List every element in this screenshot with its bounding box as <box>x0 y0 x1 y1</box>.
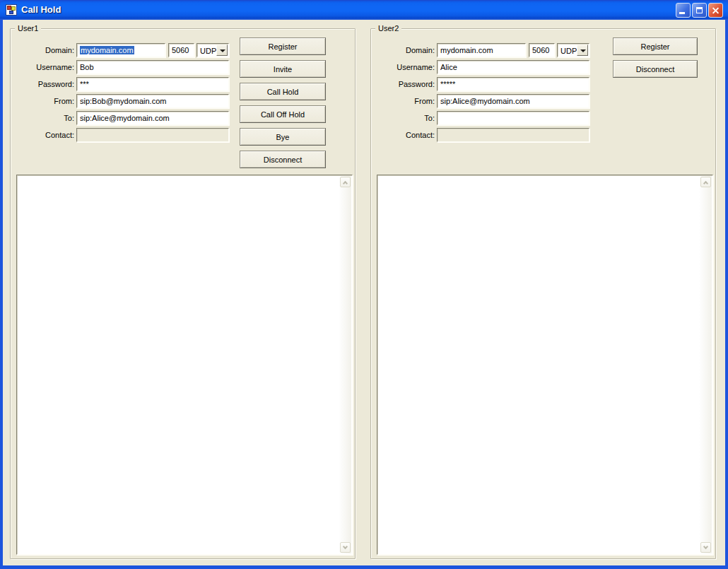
chevron-up-icon <box>343 180 348 185</box>
user2-to-label: To: <box>371 113 435 123</box>
user2-transport-select[interactable]: UDP <box>557 43 589 57</box>
user2-domain-label: Domain: <box>371 45 435 55</box>
maximize-button[interactable] <box>692 3 707 18</box>
user2-password-input[interactable] <box>437 77 589 91</box>
user1-from-input[interactable] <box>76 94 229 108</box>
minimize-button[interactable] <box>676 3 691 18</box>
scroll-up-button[interactable] <box>700 177 711 187</box>
selected-text: mydomain.com <box>80 46 134 54</box>
chevron-down-icon <box>220 49 225 52</box>
close-button[interactable] <box>708 3 723 18</box>
maximize-icon <box>696 7 703 13</box>
scrollbar-track[interactable] <box>700 188 712 541</box>
vertical-scrollbar[interactable] <box>700 176 712 553</box>
call-hold-window: Call Hold User1 Domain: mydomain.com <box>0 0 728 569</box>
user1-to-input[interactable] <box>76 111 229 125</box>
user2-group: User2 Domain: UDP Username: Password: Fr… <box>370 28 716 559</box>
application-icon <box>6 4 17 16</box>
scrollbar-track[interactable] <box>339 188 351 541</box>
scroll-up-button[interactable] <box>340 177 351 187</box>
user1-register-button[interactable]: Register <box>240 37 326 55</box>
user1-disconnect-button[interactable]: Disconnect <box>240 151 326 168</box>
user1-to-label: To: <box>11 113 74 123</box>
chevron-down-icon <box>580 49 586 52</box>
scroll-down-button[interactable] <box>340 542 351 553</box>
dropdown-arrow-button[interactable] <box>216 45 228 56</box>
chevron-up-icon <box>703 180 708 185</box>
user1-contact-input <box>76 128 229 142</box>
user2-username-label: Username: <box>371 62 435 72</box>
user1-username-input[interactable] <box>76 60 229 74</box>
window-title: Call Hold <box>21 0 61 20</box>
user1-log-area[interactable] <box>16 175 353 555</box>
user2-to-input[interactable] <box>437 111 589 125</box>
window-controls <box>676 3 723 18</box>
user2-contact-input <box>437 128 589 142</box>
user1-password-label: Password: <box>11 79 74 89</box>
user1-username-label: Username: <box>11 62 74 72</box>
user2-username-input[interactable] <box>437 60 589 74</box>
user1-call-off-hold-button[interactable]: Call Off Hold <box>240 105 326 123</box>
user2-from-input[interactable] <box>437 94 589 108</box>
vertical-scrollbar[interactable] <box>339 176 351 553</box>
titlebar[interactable]: Call Hold <box>0 0 728 20</box>
scroll-down-button[interactable] <box>700 542 711 553</box>
user1-invite-button[interactable]: Invite <box>240 60 326 78</box>
user1-contact-label: Contact: <box>11 130 74 140</box>
user1-transport-select[interactable]: UDP <box>196 43 229 57</box>
user1-call-hold-button[interactable]: Call Hold <box>240 83 326 100</box>
chevron-down-icon <box>343 544 348 549</box>
user1-bye-button[interactable]: Bye <box>240 128 326 146</box>
user2-transport-value: UDP <box>558 45 577 56</box>
user2-from-label: From: <box>371 96 435 106</box>
dropdown-arrow-button[interactable] <box>577 45 588 56</box>
user2-port-input[interactable] <box>529 43 555 57</box>
user1-domain-input[interactable]: mydomain.com <box>76 43 165 57</box>
form-client-area: User1 Domain: mydomain.com UDP Username:… <box>3 20 725 565</box>
user2-domain-input[interactable] <box>437 43 526 57</box>
user1-domain-label: Domain: <box>11 45 74 55</box>
minimize-icon <box>679 12 685 14</box>
user1-port-input[interactable] <box>168 43 194 57</box>
user2-contact-label: Contact: <box>371 130 435 140</box>
icon-blue-square <box>9 11 13 14</box>
user1-from-label: From: <box>11 96 74 106</box>
user1-group-label: User1 <box>15 24 41 33</box>
user2-group-label: User2 <box>375 24 401 33</box>
user2-log-area[interactable] <box>377 175 713 555</box>
user2-disconnect-button[interactable]: Disconnect <box>613 60 698 78</box>
user2-register-button[interactable]: Register <box>613 37 698 55</box>
user1-group: User1 Domain: mydomain.com UDP Username:… <box>10 28 356 559</box>
user2-password-label: Password: <box>371 79 435 89</box>
chevron-down-icon <box>703 544 708 549</box>
user1-password-input[interactable] <box>76 77 229 91</box>
user1-transport-value: UDP <box>197 45 216 56</box>
